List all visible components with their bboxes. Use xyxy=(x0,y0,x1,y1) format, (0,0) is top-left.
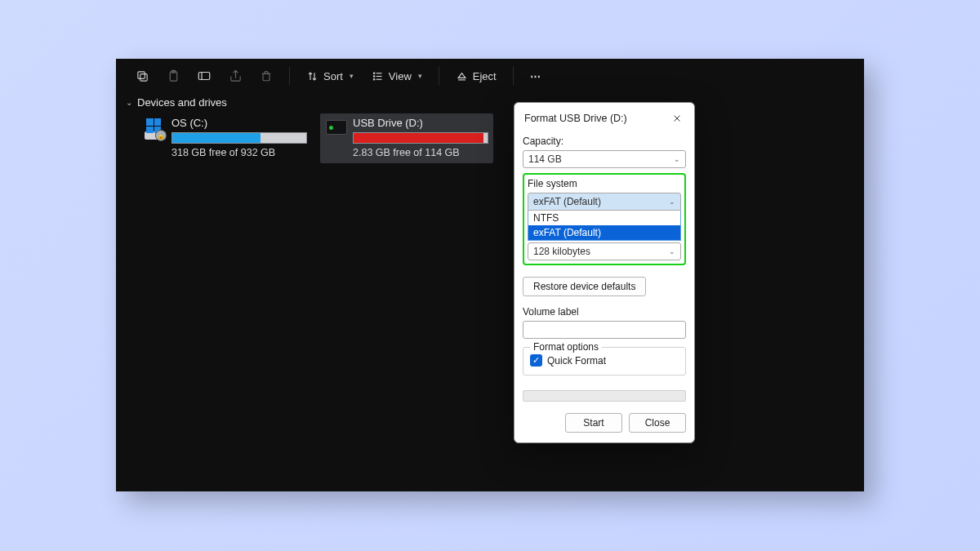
capacity-bar xyxy=(353,132,488,144)
close-label: Close xyxy=(645,417,670,429)
format-options-label: Format options xyxy=(530,341,602,353)
close-dialog-button[interactable]: Close xyxy=(629,413,686,433)
usb-drive-icon xyxy=(325,118,348,141)
quick-format-checkbox[interactable]: ✓ Quick Format xyxy=(530,354,679,367)
progress-bar xyxy=(523,390,686,402)
svg-rect-4 xyxy=(198,73,210,80)
filesystem-combo[interactable]: exFAT (Default) ⌄ xyxy=(528,193,681,211)
drive-usb-d[interactable]: USB Drive (D:) 2.83 GB free of 114 GB xyxy=(320,113,493,163)
start-button[interactable]: Start xyxy=(565,413,622,433)
drive-free-text: 2.83 GB free of 114 GB xyxy=(353,147,488,158)
sort-icon xyxy=(306,70,318,82)
dialog-title: Format USB Drive (D:) xyxy=(524,113,627,124)
filesystem-value: exFAT (Default) xyxy=(533,196,601,207)
volume-label-caption: Volume label xyxy=(523,306,686,318)
chevron-down-icon: ▾ xyxy=(350,72,354,80)
chevron-down-icon: ⌄ xyxy=(669,247,675,256)
allocation-value: 128 kilobytes xyxy=(533,246,590,257)
chevron-down-icon: ⌄ xyxy=(669,198,675,206)
share-icon[interactable] xyxy=(222,63,248,89)
svg-point-8 xyxy=(373,78,375,80)
separator xyxy=(289,67,290,85)
allocation-combo[interactable]: 128 kilobytes ⌄ xyxy=(528,242,681,260)
filesystem-dropdown: NTFS exFAT (Default) xyxy=(528,211,681,241)
chevron-down-icon: ▾ xyxy=(418,72,422,80)
svg-point-7 xyxy=(373,75,375,77)
capacity-combo[interactable]: 114 GB ⌄ xyxy=(523,150,686,168)
sort-button[interactable]: Sort ▾ xyxy=(300,63,360,89)
start-label: Start xyxy=(583,417,604,429)
view-icon xyxy=(372,70,384,82)
svg-rect-5 xyxy=(263,73,270,81)
copy-icon[interactable] xyxy=(129,63,155,89)
delete-icon[interactable] xyxy=(253,63,279,89)
sort-label: Sort xyxy=(323,70,343,82)
restore-defaults-label: Restore device defaults xyxy=(533,281,635,292)
restore-defaults-button[interactable]: Restore device defaults xyxy=(523,277,646,296)
eject-button[interactable]: Eject xyxy=(449,63,503,89)
separator xyxy=(513,67,514,85)
capacity-fill xyxy=(172,133,261,143)
os-drive-icon: 🔒 xyxy=(144,118,167,141)
volume-label-input[interactable] xyxy=(523,321,686,339)
group-header[interactable]: ⌄ Devices and drives xyxy=(116,93,864,113)
filesystem-label: File system xyxy=(528,178,681,189)
check-icon: ✓ xyxy=(530,354,542,367)
more-button[interactable]: ⋯ xyxy=(523,63,550,89)
svg-rect-1 xyxy=(137,71,145,78)
filesystem-option-ntfs[interactable]: NTFS xyxy=(528,211,680,225)
drive-name: USB Drive (D:) xyxy=(353,117,488,129)
eject-icon xyxy=(456,70,468,82)
eject-label: Eject xyxy=(473,70,497,82)
explorer-window: Sort ▾ View ▾ Eject ⋯ ⌄ Devices and driv… xyxy=(116,59,864,491)
format-options-group: Format options ✓ Quick Format xyxy=(523,347,686,375)
toolbar: Sort ▾ View ▾ Eject ⋯ xyxy=(116,59,864,93)
quick-format-label: Quick Format xyxy=(547,355,606,367)
capacity-label: Capacity: xyxy=(523,136,686,147)
view-button[interactable]: View ▾ xyxy=(365,63,429,89)
paste-icon[interactable] xyxy=(160,63,186,89)
chevron-down-icon: ⌄ xyxy=(126,98,132,107)
capacity-bar xyxy=(172,132,307,144)
drives-panel: 🔒 OS (C:) 318 GB free of 932 GB USB Driv… xyxy=(116,113,864,163)
svg-rect-0 xyxy=(140,73,147,81)
group-header-label: Devices and drives xyxy=(137,96,227,109)
drive-free-text: 318 GB free of 932 GB xyxy=(172,147,307,158)
view-label: View xyxy=(389,70,412,82)
capacity-fill xyxy=(354,133,483,143)
svg-point-6 xyxy=(373,73,375,74)
filesystem-highlight: File system exFAT (Default) ⌄ NTFS exFAT… xyxy=(523,173,686,265)
capacity-value: 114 GB xyxy=(528,153,562,165)
close-icon xyxy=(672,113,682,123)
filesystem-option-exfat[interactable]: exFAT (Default) xyxy=(528,225,680,240)
separator xyxy=(439,67,439,85)
close-button[interactable] xyxy=(670,111,684,126)
drive-os-c[interactable]: 🔒 OS (C:) 318 GB free of 932 GB xyxy=(139,113,312,163)
drive-name: OS (C:) xyxy=(172,117,307,129)
lock-icon: 🔒 xyxy=(155,130,167,141)
rename-icon[interactable] xyxy=(191,63,217,89)
chevron-down-icon: ⌄ xyxy=(674,155,680,163)
format-dialog: Format USB Drive (D:) Capacity: 114 GB ⌄… xyxy=(514,102,695,443)
